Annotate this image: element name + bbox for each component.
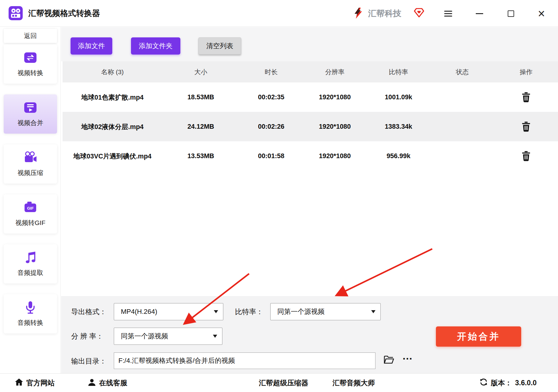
delete-button[interactable] <box>520 91 532 103</box>
resolution-select[interactable]: 同第一个源视频 <box>114 328 222 345</box>
sidebar-item-video-compress[interactable]: 视频压缩 <box>4 144 57 184</box>
svg-text:GIF: GIF <box>27 206 34 211</box>
file-size: 24.12MB <box>162 123 239 131</box>
bitrate-select[interactable]: 同第一个源视频 <box>270 303 381 320</box>
video-merge-icon <box>24 101 37 116</box>
file-resolution: 1920*1080 <box>303 123 367 131</box>
online-service-label: 在线客服 <box>99 378 127 388</box>
sidebar-item-label: 音频提取 <box>17 268 43 277</box>
file-bitrate: 1383.34k <box>367 123 430 131</box>
version-info: 版本： 3.6.0.0 <box>479 374 537 392</box>
sidebar-item-audio-extract[interactable]: 音频提取 <box>4 244 57 284</box>
brand-diamond-icon <box>414 7 425 19</box>
back-button[interactable]: 返回 <box>4 29 57 43</box>
brand-lightning-icon <box>352 7 364 21</box>
table-row[interactable]: 地球02液体分层.mp4 24.12MB 00:02:26 1920*1080 … <box>63 112 558 141</box>
table-row[interactable]: 地球01色素扩散.mp4 18.53MB 00:02:35 1920*1080 … <box>63 82 558 112</box>
maximize-button[interactable] <box>504 7 518 20</box>
version-label: 版本： <box>491 378 512 388</box>
file-resolution: 1920*1080 <box>303 152 367 160</box>
export-format-value: MP4(H.264) <box>121 308 157 316</box>
resolution-value: 同第一个源视频 <box>121 332 168 341</box>
version-value: 3.6.0.0 <box>515 379 537 387</box>
delete-button[interactable] <box>520 150 532 162</box>
titlebar: 汇帮视频格式转换器 汇帮科技 × <box>0 0 558 27</box>
col-bitrate: 比特率 <box>367 68 430 76</box>
app-title: 汇帮视频格式转换器 <box>28 8 100 19</box>
sidebar-item-video-merge[interactable]: 视频合并 <box>4 94 57 134</box>
add-folder-button[interactable]: 添加文件夹 <box>131 37 180 55</box>
file-bitrate: 1001.09k <box>367 93 430 101</box>
export-format-label: 导出格式： <box>71 307 106 317</box>
sidebar-item-label: 视频合并 <box>17 119 43 127</box>
statusbar: 官方网站 在线客服 汇帮超级压缩器 汇帮音频大师 版本： 3.6.0.0 <box>0 373 558 392</box>
official-site-label: 官方网站 <box>26 378 55 388</box>
audio-master-link[interactable]: 汇帮音频大师 <box>333 374 375 392</box>
more-options-button[interactable]: … <box>400 348 416 364</box>
file-duration: 00:01:58 <box>239 152 303 160</box>
menu-icon[interactable] <box>441 7 455 20</box>
delete-button[interactable] <box>520 120 532 133</box>
settings-panel: 导出格式： MP4(H.264) 比特率： 同第一个源视频 分 辨 率： 同第一… <box>61 296 558 373</box>
sidebar: 返回 视频转换 视频合并 视频压缩 GIF 视频转GIF 音频提取 音频 <box>0 27 61 373</box>
microphone-icon <box>24 301 37 315</box>
table-header: 名称 (3) 大小 时长 分辨率 比特率 状态 操作 <box>63 61 558 82</box>
col-status: 状态 <box>430 68 494 76</box>
chevron-down-icon <box>371 310 375 313</box>
col-resolution: 分辨率 <box>303 68 367 76</box>
sidebar-item-audio-convert[interactable]: 音频转换 <box>4 294 57 333</box>
export-format-select[interactable]: MP4(H.264) <box>114 303 223 320</box>
col-name: 名称 (3) <box>63 68 162 76</box>
sidebar-item-label: 视频压缩 <box>17 169 43 177</box>
bitrate-value: 同第一个源视频 <box>277 307 325 316</box>
online-service-link[interactable]: 在线客服 <box>88 374 127 392</box>
app-icon <box>9 6 23 20</box>
video-compress-icon <box>23 151 37 166</box>
video-to-gif-icon: GIF <box>24 201 37 215</box>
col-size: 大小 <box>162 68 239 76</box>
table-row[interactable]: 地球03VC片遇到碘伏.mp4 13.53MB 00:01:58 1920*10… <box>63 141 558 171</box>
file-name: 地球01色素扩散.mp4 <box>63 93 162 102</box>
col-duration: 时长 <box>239 68 303 76</box>
resolution-label: 分 辨 率： <box>71 332 103 341</box>
output-dir-input[interactable] <box>114 352 375 369</box>
music-note-icon <box>24 251 37 265</box>
sidebar-item-label: 视频转GIF <box>15 219 45 227</box>
minimize-button[interactable] <box>472 7 487 20</box>
person-icon <box>88 378 96 388</box>
file-bitrate: 956.99k <box>367 152 430 160</box>
sidebar-item-video-convert[interactable]: 视频转换 <box>4 44 57 84</box>
file-size: 13.53MB <box>162 152 239 160</box>
refresh-icon[interactable] <box>479 378 488 388</box>
super-compressor-link[interactable]: 汇帮超级压缩器 <box>259 374 308 392</box>
file-duration: 00:02:35 <box>239 93 303 101</box>
clear-list-button[interactable]: 清空列表 <box>198 37 241 55</box>
brand-name: 汇帮科技 <box>368 8 401 19</box>
file-resolution: 1920*1080 <box>303 93 367 101</box>
sidebar-item-video-to-gif[interactable]: GIF 视频转GIF <box>4 194 57 234</box>
file-size: 18.53MB <box>162 93 239 101</box>
sidebar-item-label: 视频转换 <box>17 69 43 77</box>
file-duration: 00:02:26 <box>239 123 303 131</box>
close-button[interactable]: × <box>534 7 548 20</box>
file-name: 地球02液体分层.mp4 <box>63 122 162 131</box>
house-icon <box>15 378 23 388</box>
chevron-down-icon <box>214 310 218 313</box>
start-merge-button[interactable]: 开始合并 <box>436 326 521 347</box>
official-site-link[interactable]: 官方网站 <box>15 374 55 392</box>
sidebar-item-label: 音频转换 <box>17 318 43 327</box>
add-file-button[interactable]: 添加文件 <box>71 37 112 55</box>
output-dir-label: 输出目录： <box>71 356 106 366</box>
video-convert-icon <box>24 51 37 66</box>
chevron-down-icon <box>213 335 217 338</box>
col-action: 操作 <box>494 68 558 76</box>
file-name: 地球03VC片遇到碘伏.mp4 <box>63 152 162 161</box>
main-content: 添加文件 添加文件夹 清空列表 名称 (3) 大小 时长 分辨率 比特率 状态 … <box>61 27 558 373</box>
open-folder-icon[interactable] <box>383 355 395 366</box>
bitrate-label: 比特率： <box>235 307 263 317</box>
